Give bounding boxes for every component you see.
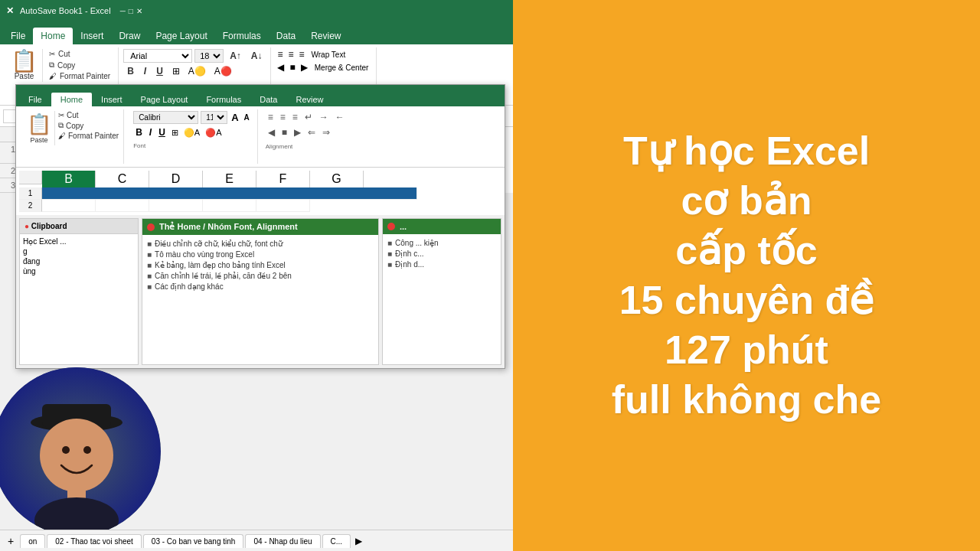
paste-icon: 📋 xyxy=(11,51,38,72)
cut-icon: ✂ xyxy=(49,50,55,58)
card-font-item-2: ■Tô màu cho vùng trong Excel xyxy=(147,250,374,259)
new-sheet-button[interactable]: + xyxy=(3,533,18,549)
inner-col-g[interactable]: G xyxy=(310,171,364,187)
align-bottom-icon: ≡ xyxy=(298,49,306,60)
inner-bold-button[interactable]: B xyxy=(133,127,145,138)
inner-italic-button[interactable]: I xyxy=(147,127,154,138)
inner-tab-formulas[interactable]: Formulas xyxy=(197,93,250,106)
format-painter-label: Format Painter xyxy=(60,72,110,80)
align-left-icon[interactable]: ◀ xyxy=(276,62,286,73)
inner-right-align-button[interactable]: ▶ xyxy=(292,126,303,139)
inner-cell-c2[interactable] xyxy=(96,200,149,212)
tab-formulas[interactable]: Formulas xyxy=(215,28,269,44)
inner-dec-font-button[interactable]: A xyxy=(243,113,251,122)
card-other-dot xyxy=(387,223,395,230)
inner-paste-icon: 📋 xyxy=(27,112,51,136)
inner-align-bottom-button[interactable]: ≡ xyxy=(290,111,300,123)
card-clipboard-dot: ● xyxy=(24,222,31,230)
sheet-tab-4[interactable]: 04 - Nhap du lieu xyxy=(245,534,320,548)
inner-format-painter-button[interactable]: 🖌 Format Painter xyxy=(58,132,119,140)
inner-wrap-button[interactable]: ↵ xyxy=(302,111,315,123)
sheet-tab-1[interactable]: on xyxy=(20,534,45,548)
card-font-item-3: ■Kẻ bảng, làm đẹp cho bảng tính Excel xyxy=(147,261,374,269)
inner-tab-page-layout[interactable]: Page Layout xyxy=(132,93,198,106)
tab-file[interactable]: File xyxy=(3,28,33,44)
inner-inc-font-button[interactable]: A xyxy=(230,112,240,123)
inner-left-align-button[interactable]: ◀ xyxy=(266,126,277,139)
sheet-tab-2[interactable]: 02 - Thao tac voi sheet xyxy=(47,534,142,548)
inner-cell-b1[interactable] xyxy=(42,187,417,200)
inner-col-d[interactable]: D xyxy=(149,171,203,187)
inner-tab-review[interactable]: Review xyxy=(286,93,332,106)
tab-home[interactable]: Home xyxy=(33,28,73,44)
maximize-icon[interactable]: □ xyxy=(129,7,133,15)
decrease-font-button[interactable]: A↓ xyxy=(247,50,266,62)
inner-merge-center-button[interactable]: ⇒ xyxy=(320,126,332,139)
inner-col-e[interactable]: E xyxy=(203,171,256,187)
inner-copy-button[interactable]: ⧉ Copy xyxy=(58,121,119,130)
inner-col-b[interactable]: B xyxy=(42,171,96,187)
promo-line-1: Tự học Excel xyxy=(612,126,881,176)
sheet-tab-5[interactable]: C... xyxy=(322,534,351,548)
inner-underline-button[interactable]: U xyxy=(156,127,168,138)
card-font-body: ■Điều chỉnh cỡ chữ, kiểu chữ, font chữ ■… xyxy=(142,235,378,298)
inner-cut-button[interactable]: ✂ Cut xyxy=(58,111,119,119)
inner-tab-home[interactable]: Home xyxy=(51,93,92,106)
sheet-nav-icon[interactable]: ▶ xyxy=(352,536,365,546)
card-other-item-2: ■Định c... xyxy=(387,249,496,258)
inner-outdent-button[interactable]: ← xyxy=(333,111,347,123)
inner-border-button[interactable]: ⊞ xyxy=(170,128,180,138)
inner-cell-e2[interactable] xyxy=(203,200,256,212)
inner-col-c[interactable]: C xyxy=(96,171,149,187)
italic-button[interactable]: I xyxy=(140,65,150,77)
close-icon[interactable]: ✕ xyxy=(136,7,142,15)
fill-color-button[interactable]: A🟡 xyxy=(185,66,209,77)
copy-button[interactable]: ⧉ Copy xyxy=(47,60,112,70)
font-size-select[interactable]: 18 xyxy=(194,49,224,63)
inner-font-color-button[interactable]: 🔴A xyxy=(204,128,223,138)
inner-row-num-2: 2 xyxy=(19,200,42,212)
inner-tab-insert[interactable]: Insert xyxy=(92,93,132,106)
wrap-text-button[interactable]: Wrap Text xyxy=(309,51,349,59)
card-font-item-4: ■Căn chỉnh lề trái, lề phải, căn đều 2 b… xyxy=(147,272,374,280)
inner-tab-file[interactable]: File xyxy=(19,93,51,106)
inner-fill-button[interactable]: 🟡A xyxy=(182,128,201,138)
inner-align-top-button[interactable]: ≡ xyxy=(266,111,276,123)
increase-font-button[interactable]: A↑ xyxy=(226,50,245,62)
inner-indent-button[interactable]: → xyxy=(317,111,331,123)
card-clipboard-title-text: Clipboard xyxy=(31,222,67,230)
sheet-tab-3[interactable]: 03 - Co ban ve bang tinh xyxy=(143,534,244,548)
inner-merge-left-button[interactable]: ⇐ xyxy=(305,126,318,139)
card-clipboard-title: ● Clipboard xyxy=(20,219,138,234)
format-painter-button[interactable]: 🖌 Format Painter xyxy=(47,71,112,81)
inner-col-f[interactable]: F xyxy=(256,171,310,187)
font-name-select[interactable]: Arial xyxy=(123,49,192,63)
tab-review[interactable]: Review xyxy=(303,28,348,44)
inner-paste-button[interactable]: 📋 Paste xyxy=(24,111,55,145)
underline-button[interactable]: U xyxy=(152,65,167,77)
cut-button[interactable]: ✂ Cut xyxy=(47,49,112,59)
font-color-button[interactable]: A🔴 xyxy=(211,66,235,77)
svg-point-4 xyxy=(62,446,70,454)
bold-button[interactable]: B xyxy=(123,65,138,77)
tab-page-layout[interactable]: Page Layout xyxy=(148,28,214,44)
inner-cell-b2[interactable] xyxy=(42,200,96,212)
tab-draw[interactable]: Draw xyxy=(111,28,148,44)
inner-font-size-select[interactable]: 11 xyxy=(201,111,227,124)
inner-align-mid-button[interactable]: ≡ xyxy=(278,111,288,123)
minimize-icon[interactable]: ─ xyxy=(120,7,126,15)
align-right-icon[interactable]: ▶ xyxy=(299,62,309,73)
format-painter-icon: 🖌 xyxy=(49,72,57,80)
paste-button[interactable]: 📋 Paste xyxy=(6,49,43,82)
inner-cell-f2[interactable] xyxy=(256,200,310,212)
tab-data[interactable]: Data xyxy=(269,28,303,44)
align-center-icon[interactable]: ■ xyxy=(288,62,296,73)
inner-center-align-button[interactable]: ■ xyxy=(279,126,289,139)
inner-font-select[interactable]: Calibri xyxy=(133,111,198,124)
merge-center-button[interactable]: Merge & Center xyxy=(312,64,372,72)
card-clipboard-item-4: ùng xyxy=(23,267,135,276)
inner-tab-data[interactable]: Data xyxy=(250,93,286,106)
border-button[interactable]: ⊞ xyxy=(169,66,183,77)
tab-insert[interactable]: Insert xyxy=(73,28,111,44)
inner-cell-d2[interactable] xyxy=(149,200,203,212)
